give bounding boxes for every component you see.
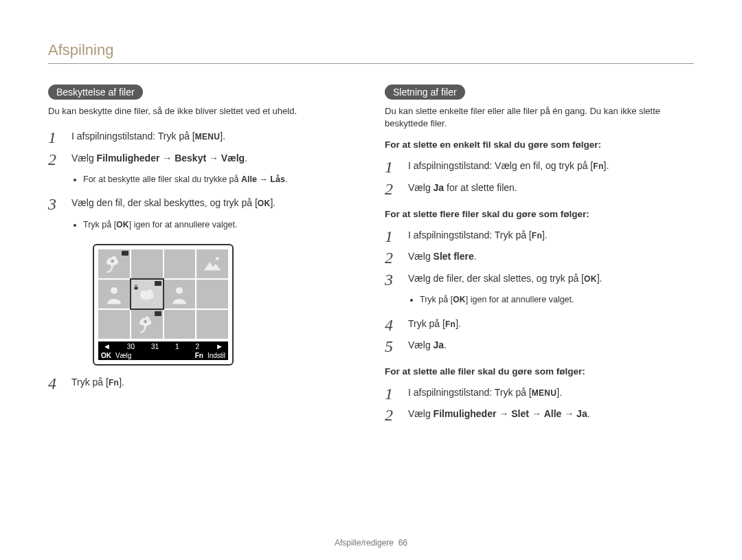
step-number: 2 [385, 179, 408, 201]
step-number: 4 [385, 315, 408, 337]
svg-point-17 [139, 320, 144, 325]
steps-delete-all: 1I afspilningstilstand: Tryk på [MENU].2… [385, 383, 694, 427]
flower-icon [136, 314, 158, 334]
step-text: Vælg Ja for at slette filen. [408, 179, 694, 201]
svg-point-7 [111, 287, 117, 294]
left-column: Beskyttelse af filer Du kan beskytte din… [48, 85, 357, 434]
menu-key: MENU [195, 132, 221, 142]
step-text: Vælg Ja. [408, 336, 694, 358]
step-text: Tryk på [Fn]. [71, 373, 357, 395]
thumbnail-cell [131, 310, 163, 339]
svg-point-4 [106, 260, 111, 265]
thumbnail-cell [196, 310, 228, 339]
subhead-multi: For at slette flere filer skal du gøre s… [385, 209, 694, 219]
step-number: 4 [48, 373, 71, 395]
steps-delete-single: 1I afspilningstilstand: Vælg en fil, og … [385, 157, 694, 200]
ok-key: OK [116, 220, 129, 229]
fn-key: Fn [593, 161, 603, 171]
fn-key: Fn [532, 231, 542, 240]
fn-key: Fn [445, 320, 456, 329]
svg-point-9 [140, 291, 147, 298]
right-column: Sletning af filer Du kan slette enkelte … [385, 85, 694, 434]
video-tag-icon [155, 281, 161, 286]
svg-point-10 [146, 290, 153, 297]
step-note: Tryk på [OK] igen for at annullere valge… [409, 293, 693, 306]
flower-icon [103, 254, 125, 273]
steps-protect: 1I afspilningstilstand: Tryk på [MENU].2… [48, 127, 357, 395]
thumbnail-cell [131, 280, 163, 309]
person-icon [168, 284, 190, 304]
step-number: 1 [385, 157, 408, 179]
step-text: Vælg de filer, der skal slettes, og tryk… [408, 269, 694, 291]
thumbnail-cell [196, 249, 228, 278]
footer-page: 66 [398, 538, 407, 548]
step-text: I afspilningstilstand: Tryk på [Fn]. [408, 226, 694, 248]
step-text: I afspilningstilstand: Tryk på [MENU]. [71, 127, 357, 149]
person-icon [103, 284, 125, 304]
intro-protect: Du kan beskytte dine filer, så de ikke b… [48, 105, 357, 117]
thumbnail-cell [98, 310, 130, 339]
action-bar: OKVælgFnIndstil [98, 351, 228, 360]
step-note: For at beskytte alle filer skal du trykk… [72, 172, 357, 186]
svg-rect-11 [134, 287, 137, 290]
ok-key: OK [258, 199, 271, 208]
step-text: Vælg Filmuligheder → Beskyt → Vælg. [71, 149, 357, 171]
mountain-icon [201, 254, 223, 273]
ok-key: OK [584, 274, 597, 284]
lock-icon [133, 284, 139, 291]
thumbnail-cell [98, 280, 130, 309]
svg-point-18 [144, 320, 147, 324]
page-header: Afspilning [48, 41, 694, 64]
steps-delete-multi: 1I afspilningstilstand: Tryk på [Fn].2Væ… [385, 226, 694, 358]
video-tag-icon [155, 311, 161, 316]
section-pill-delete: Sletning af filer [385, 85, 465, 100]
section-pill-protect: Beskyttelse af filer [48, 85, 143, 100]
calendar-row: ◄303112► [98, 341, 228, 351]
video-tag-icon [122, 251, 128, 256]
step-number: 2 [385, 247, 408, 269]
thumbnail-cell [164, 249, 196, 278]
thumbnail-cell [98, 249, 130, 278]
thumbnail-cell [131, 249, 163, 278]
step-number: 5 [385, 336, 408, 358]
footer-section: Afspille/redigere [335, 538, 394, 548]
step-text: Tryk på [Fn]. [408, 315, 694, 337]
subhead-all: For at slette alle filer skal du gøre so… [385, 366, 694, 377]
step-number: 1 [385, 226, 408, 248]
step-text: I afspilningstilstand: Tryk på [MENU]. [408, 383, 694, 405]
ok-key: OK [453, 295, 466, 304]
svg-point-6 [216, 257, 219, 260]
svg-point-12 [176, 287, 183, 294]
step-number: 3 [48, 194, 71, 216]
step-note: Tryk på [OK] igen for at annullere valge… [72, 218, 357, 232]
thumbnail-cell [164, 280, 196, 309]
step-number: 2 [48, 149, 71, 171]
thumbnail-cell [196, 280, 228, 309]
step-number: 2 [385, 405, 408, 427]
step-number: 3 [385, 269, 408, 291]
svg-point-5 [111, 260, 114, 263]
fn-key: Fn [109, 378, 119, 388]
step-text: I afspilningstilstand: Vælg en fil, og t… [408, 157, 694, 179]
thumbnail-grid-figure: ◄303112►OKVælgFnIndstil [93, 244, 234, 366]
thumbnail-cell [164, 310, 196, 339]
step-text: Vælg Slet flere. [408, 247, 694, 269]
page-footer: Afspille/redigere 66 [0, 538, 742, 548]
step-number: 1 [385, 383, 408, 405]
menu-key: MENU [532, 388, 557, 398]
step-text: Vælg Filmuligheder → Slet → Alle → Ja. [408, 405, 694, 427]
step-text: Vælg den fil, der skal beskyttes, og try… [71, 194, 357, 216]
subhead-single: For at slette en enkelt fil skal du gøre… [385, 139, 694, 150]
intro-delete: Du kan slette enkelte filer eller alle f… [385, 105, 694, 130]
step-number: 1 [48, 127, 71, 149]
